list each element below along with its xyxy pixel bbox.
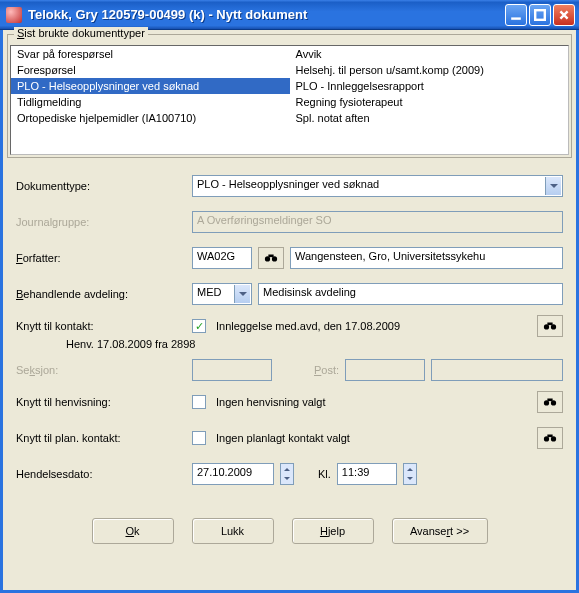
- henvisning-lookup-button[interactable]: [537, 391, 563, 413]
- contact-lookup-button[interactable]: [537, 315, 563, 337]
- svg-rect-1: [535, 10, 545, 20]
- titlebar: Telokk, Gry 120579-00499 (k) - Nytt doku…: [0, 0, 579, 30]
- binoculars-icon: [543, 432, 557, 444]
- svg-rect-13: [547, 435, 552, 438]
- author-name-field: Wangensteen, Gro, Universitetssykehu: [290, 247, 563, 269]
- list-item[interactable]: PLO - Innleggelsesrapport: [290, 78, 569, 94]
- svg-rect-0: [511, 17, 521, 19]
- doc-type-value: PLO - Helseopplysninger ved søknad: [197, 178, 379, 190]
- seksjon-field: [192, 359, 272, 381]
- ok-button[interactable]: Ok: [92, 518, 174, 544]
- binoculars-icon: [543, 396, 557, 408]
- contact-checkbox[interactable]: [192, 319, 206, 333]
- label-kl: Kl.: [318, 468, 331, 480]
- label-department: Behandlende avdeling:: [16, 288, 186, 300]
- recent-types-list[interactable]: Svar på forespørselForespørselPLO - Hels…: [10, 45, 569, 155]
- recent-types-group: Sist brukte dokumenttyper Svar på foresp…: [7, 34, 572, 158]
- label-post: Post:: [314, 364, 339, 376]
- list-item[interactable]: Spl. notat aften: [290, 110, 569, 126]
- henvisning-text: Ingen henvisning valgt: [216, 396, 531, 408]
- date-input[interactable]: 27.10.2009: [192, 463, 274, 485]
- svg-rect-7: [547, 323, 552, 326]
- list-item[interactable]: Regning fysioterapeut: [290, 94, 569, 110]
- svg-rect-4: [268, 255, 273, 258]
- hjelp-button[interactable]: Hjelp: [292, 518, 374, 544]
- list-item[interactable]: Tidligmelding: [11, 94, 290, 110]
- label-contact: Knytt til kontakt:: [16, 320, 186, 332]
- avansert-button[interactable]: Avansert >>: [392, 518, 488, 544]
- chevron-down-icon: [545, 177, 561, 195]
- doc-type-combo[interactable]: PLO - Helseopplysninger ved søknad: [192, 175, 563, 197]
- date-spinner[interactable]: [280, 463, 294, 485]
- minimize-button[interactable]: [505, 4, 527, 26]
- label-author: Forfatter:: [16, 252, 186, 264]
- list-item[interactable]: Avvik: [290, 46, 569, 62]
- plan-lookup-button[interactable]: [537, 427, 563, 449]
- list-item[interactable]: Helsehj. til person u/samt.komp (2009): [290, 62, 569, 78]
- label-plan-kontakt: Knytt til plan. kontakt:: [16, 432, 186, 444]
- contact-text: Innleggelse med.avd, den 17.08.2009: [216, 320, 531, 332]
- plan-checkbox[interactable]: [192, 431, 206, 445]
- app-icon: [6, 7, 22, 23]
- client-area: Sist brukte dokumenttyper Svar på foresp…: [0, 30, 579, 593]
- post-name-field: [431, 359, 563, 381]
- lukk-button[interactable]: Lukk: [192, 518, 274, 544]
- label-hendelsesdato: Hendelsesdato:: [16, 468, 186, 480]
- plan-text: Ingen planlagt kontakt valgt: [216, 432, 531, 444]
- label-journal-group: Journalgruppe:: [16, 216, 186, 228]
- list-item[interactable]: PLO - Helseopplysninger ved søknad: [11, 78, 290, 94]
- list-item[interactable]: Forespørsel: [11, 62, 290, 78]
- author-lookup-button[interactable]: [258, 247, 284, 269]
- close-button[interactable]: [553, 4, 575, 26]
- dept-code-combo[interactable]: MED: [192, 283, 252, 305]
- time-input[interactable]: 11:39: [337, 463, 397, 485]
- binoculars-icon: [264, 252, 278, 264]
- binoculars-icon: [543, 320, 557, 332]
- post-code-field: [345, 359, 425, 381]
- chevron-down-icon: [234, 285, 250, 303]
- svg-rect-10: [547, 399, 552, 402]
- label-henvisning: Knytt til henvisning:: [16, 396, 186, 408]
- label-seksjon: Seksjon:: [16, 364, 186, 376]
- journal-group-field: A Overføringsmeldinger SO: [192, 211, 563, 233]
- time-spinner[interactable]: [403, 463, 417, 485]
- list-item[interactable]: Svar på forespørsel: [11, 46, 290, 62]
- label-doc-type: Dokumenttype:: [16, 180, 186, 192]
- recent-types-label: Sist brukte dokumenttyper: [14, 27, 148, 39]
- henv-text: Henv. 17.08.2009 fra 2898: [16, 338, 563, 350]
- author-code-input[interactable]: WA02G: [192, 247, 252, 269]
- window-title: Telokk, Gry 120579-00499 (k) - Nytt doku…: [28, 7, 505, 22]
- henvisning-checkbox[interactable]: [192, 395, 206, 409]
- dept-name-field: Medisinsk avdeling: [258, 283, 563, 305]
- list-item[interactable]: Ortopediske hjelpemidler (IA100710): [11, 110, 290, 126]
- maximize-button[interactable]: [529, 4, 551, 26]
